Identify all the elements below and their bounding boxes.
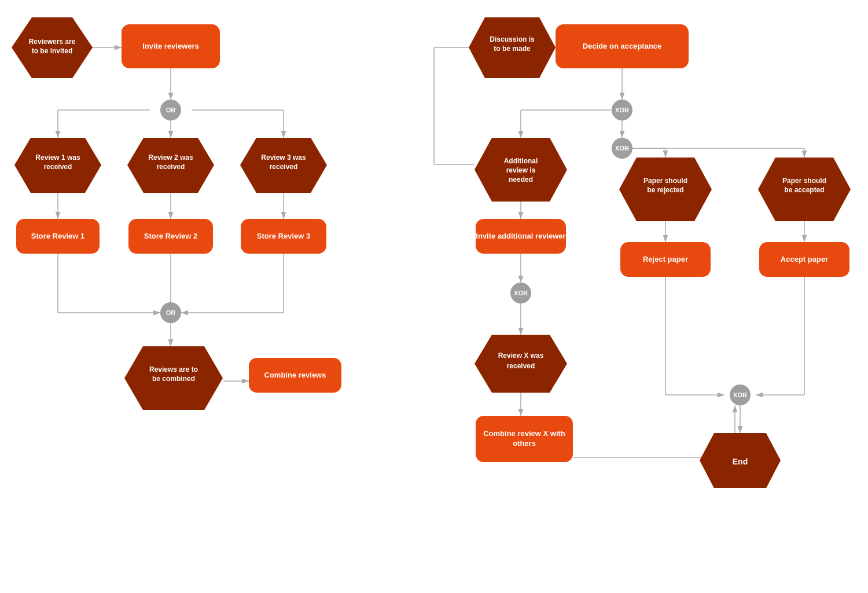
xor-gate-3: XOR [510, 283, 531, 303]
or-gate-2: OR [160, 302, 181, 323]
svg-text:End: End [733, 457, 748, 466]
review1-received-hex: Review 1 was received [14, 138, 101, 193]
combine-x-node: Combine review X with others [476, 416, 573, 462]
store-review2-node: Store Review 2 [128, 219, 213, 254]
paper-rejected-hex: Paper should be rejected [619, 158, 712, 221]
svg-text:be accepted: be accepted [784, 186, 824, 194]
svg-text:received: received [157, 163, 185, 171]
store-review3-node: Store Review 3 [241, 219, 326, 254]
svg-text:to be made: to be made [494, 45, 531, 53]
decide-acceptance-node: Decide on acceptance [556, 24, 689, 68]
additional-review-hex: Additional review is needed [475, 138, 567, 202]
discussion-hex: Discussion is to be made [469, 17, 556, 78]
review3-received-hex: Review 3 was received [240, 138, 327, 193]
reviews-combined-hex: Reviews are to be combined [124, 346, 223, 410]
svg-text:Reviewers are: Reviewers are [29, 38, 76, 46]
svg-text:needed: needed [509, 175, 533, 184]
svg-text:be combined: be combined [152, 375, 195, 383]
svg-text:review is: review is [506, 166, 536, 174]
svg-text:Paper should: Paper should [782, 177, 826, 185]
end-hex: End [700, 433, 781, 488]
svg-text:be rejected: be rejected [647, 186, 683, 194]
diagram-container: Reviewers are to be invited Invite revie… [0, 0, 868, 593]
or-gate-1: OR [160, 100, 181, 120]
paper-accepted-hex: Paper should be accepted [758, 158, 851, 221]
svg-text:Additional: Additional [504, 157, 538, 165]
xor-gate-2: XOR [612, 138, 632, 159]
svg-text:received: received [270, 163, 298, 171]
xor-gate-1: XOR [612, 100, 632, 120]
review2-received-hex: Review 2 was received [127, 138, 214, 193]
invite-reviewers-node: Invite reviewers [122, 24, 220, 68]
reviewers-invited-hex: Reviewers are to be invited [12, 17, 93, 78]
svg-text:Paper should: Paper should [643, 177, 687, 185]
svg-text:Reviews are to: Reviews are to [149, 365, 198, 374]
svg-text:Review X was: Review X was [498, 352, 544, 360]
svg-text:to be invited: to be invited [32, 47, 73, 55]
review-x-received-hex: Review X was received [475, 335, 567, 393]
svg-text:Discussion is: Discussion is [490, 35, 535, 43]
svg-text:Review 2 was: Review 2 was [148, 153, 193, 162]
svg-text:Review 3 was: Review 3 was [261, 153, 306, 162]
combine-reviews-node: Combine reviews [249, 358, 341, 393]
connectors-svg [0, 0, 868, 593]
invite-additional-node: Invite additional reviewer [476, 219, 566, 254]
reject-paper-node: Reject paper [620, 242, 711, 277]
accept-paper-node: Accept paper [759, 242, 849, 277]
store-review1-node: Store Review 1 [16, 219, 100, 254]
svg-text:received: received [507, 362, 535, 370]
xor-gate-4: XOR [730, 385, 751, 405]
svg-text:Review 1 was: Review 1 was [35, 153, 80, 162]
svg-text:received: received [44, 163, 72, 171]
